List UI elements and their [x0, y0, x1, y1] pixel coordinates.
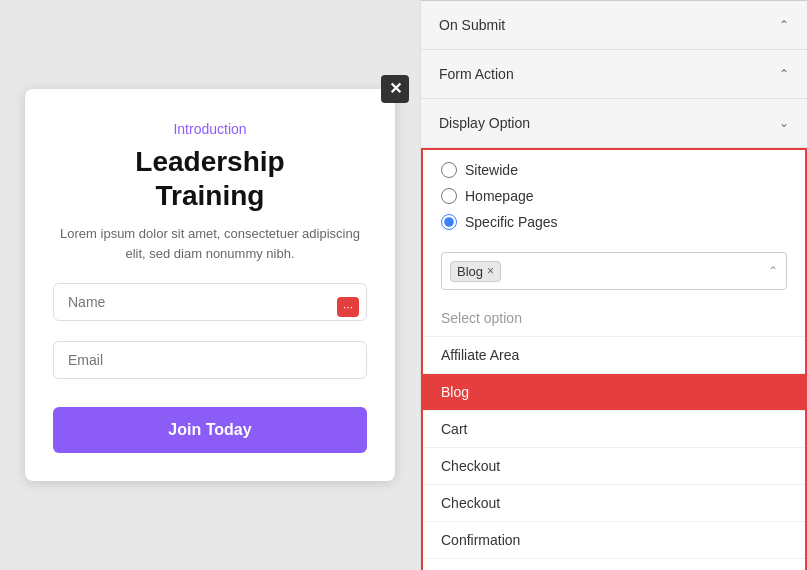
tag-blog-label: Blog [457, 264, 483, 279]
display-option-content: Sitewide Homepage Specific Pages Blog × … [421, 148, 807, 570]
submit-button[interactable]: Join Today [53, 407, 367, 453]
intro-label: Introduction [53, 121, 367, 137]
form-action-section-header[interactable]: Form Action ⌃ [421, 50, 807, 99]
radio-group: Sitewide Homepage Specific Pages [423, 150, 805, 252]
form-action-chevron-icon: ⌃ [779, 67, 789, 81]
radio-specific-input[interactable] [441, 214, 457, 230]
multiselect-container[interactable]: Blog × ⌃ [441, 252, 787, 290]
dropdown-placeholder[interactable]: Select option [423, 300, 805, 337]
dropdown-item-purchase-confirmation[interactable]: Purchase Confirmation [423, 559, 805, 570]
tag-blog-remove-button[interactable]: × [487, 264, 494, 278]
radio-specific-pages[interactable]: Specific Pages [441, 214, 787, 230]
close-button[interactable]: ✕ [381, 75, 409, 103]
on-submit-label: On Submit [439, 17, 505, 33]
multiselect-arrow-icon: ⌃ [768, 264, 778, 278]
dropdown-item-confirmation[interactable]: Confirmation [423, 522, 805, 559]
dropdown-item-affiliate-area[interactable]: Affiliate Area [423, 337, 805, 374]
name-options-button[interactable]: ··· [337, 297, 359, 317]
display-option-section-header[interactable]: Display Option ⌄ [421, 99, 807, 148]
dropdown-item-cart[interactable]: Cart [423, 411, 805, 448]
radio-homepage-input[interactable] [441, 188, 457, 204]
on-submit-section-header[interactable]: On Submit ⌃ [421, 1, 807, 50]
form-title: LeadershipTraining [53, 145, 367, 212]
multiselect-tags: Blog × [442, 253, 786, 289]
radio-sitewide-input[interactable] [441, 162, 457, 178]
tag-blog: Blog × [450, 261, 501, 282]
close-icon: ✕ [389, 79, 402, 98]
form-action-label: Form Action [439, 66, 514, 82]
radio-specific-label: Specific Pages [465, 214, 558, 230]
radio-sitewide[interactable]: Sitewide [441, 162, 787, 178]
radio-homepage-label: Homepage [465, 188, 534, 204]
email-input[interactable] [53, 341, 367, 379]
radio-sitewide-label: Sitewide [465, 162, 518, 178]
display-option-label: Display Option [439, 115, 530, 131]
dropdown-item-blog[interactable]: Blog [423, 374, 805, 411]
dropdown-list: Select option Affiliate Area Blog Cart C… [423, 300, 805, 570]
dropdown-item-checkout-2[interactable]: Checkout [423, 485, 805, 522]
form-preview-panel: ✕ Introduction LeadershipTraining Lorem … [0, 0, 420, 570]
on-submit-chevron-icon: ⌃ [779, 18, 789, 32]
display-option-chevron-icon: ⌄ [779, 116, 789, 130]
settings-panel: On Submit ⌃ Form Action ⌃ Display Option… [420, 0, 807, 570]
email-input-wrapper [53, 341, 367, 389]
radio-homepage[interactable]: Homepage [441, 188, 787, 204]
dropdown-item-checkout-1[interactable]: Checkout [423, 448, 805, 485]
name-input-wrapper: ··· [53, 283, 367, 331]
form-description: Lorem ipsum dolor sit amet, consectetuer… [53, 224, 367, 263]
name-input[interactable] [53, 283, 367, 321]
form-card: ✕ Introduction LeadershipTraining Lorem … [25, 89, 395, 481]
